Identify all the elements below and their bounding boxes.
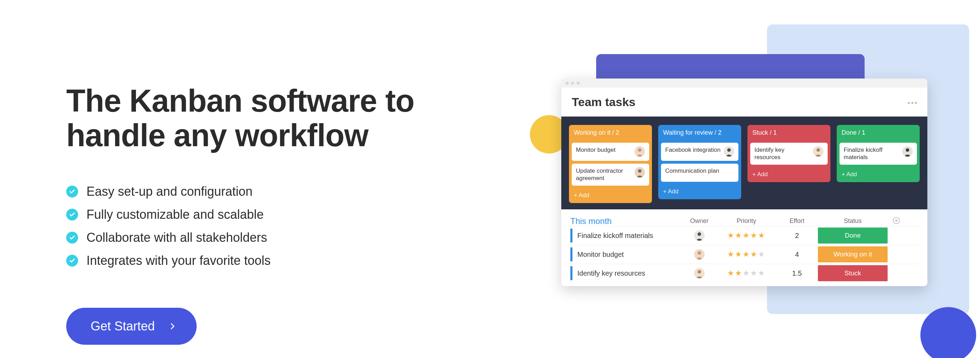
table-row[interactable]: Identify key resources ★★★★★ 1.5 Stuck	[570, 264, 918, 283]
more-button[interactable]	[908, 99, 917, 105]
svg-point-0	[908, 102, 910, 104]
column-header: Waiting for review / 2	[658, 125, 741, 140]
task-table: This month Owner Priority Effort Status …	[561, 209, 928, 286]
cell-priority[interactable]: ★★★★★	[717, 231, 776, 240]
cell-status[interactable]: Done	[818, 227, 888, 243]
svg-point-12	[906, 148, 909, 152]
column-working-on-it[interactable]: Working on it / 2 Monitor budget Update …	[569, 125, 652, 203]
cell-name: Finalize kickoff materials	[578, 232, 682, 240]
avatar	[694, 230, 705, 241]
kanban-card[interactable]: Monitor budget	[572, 143, 649, 161]
kanban-card[interactable]: Update contractor agreement	[572, 164, 649, 185]
th-owner: Owner	[682, 217, 717, 225]
decor-circle-purple	[920, 307, 976, 358]
avatar	[724, 146, 734, 157]
cell-effort[interactable]: 4	[776, 251, 818, 259]
add-card-button[interactable]: + Add	[748, 168, 830, 182]
kanban-card[interactable]: Facebook integration	[661, 143, 738, 161]
cta-label: Get Started	[91, 319, 155, 334]
avatar	[813, 146, 824, 157]
column-header: Done / 1	[837, 125, 920, 140]
check-icon	[66, 232, 78, 243]
row-accent	[570, 266, 573, 280]
avatar	[902, 146, 913, 157]
cell-name: Monitor budget	[578, 251, 682, 259]
svg-point-4	[638, 148, 641, 152]
svg-point-19	[698, 251, 701, 255]
period-label[interactable]: This month	[570, 216, 682, 226]
window-dot	[565, 82, 569, 85]
table-row[interactable]: Finalize kickoff materials ★★★★★ 2 Done	[570, 226, 918, 245]
th-effort: Effort	[776, 217, 818, 225]
add-card-button[interactable]: + Add	[569, 189, 652, 203]
cell-status[interactable]: Working on it	[818, 246, 888, 262]
avatar	[635, 146, 645, 157]
row-accent	[570, 248, 573, 261]
svg-point-8	[727, 148, 731, 152]
board-title: Team tasks	[572, 95, 636, 109]
feature-text: Easy set-up and configuration	[86, 184, 252, 199]
hero-headline: The Kanban software to handle any workfl…	[66, 84, 495, 153]
cell-owner[interactable]	[682, 268, 717, 278]
svg-point-6	[638, 169, 641, 173]
avatar	[694, 249, 705, 260]
cell-owner[interactable]	[682, 249, 717, 260]
svg-point-21	[698, 270, 701, 273]
feature-list: Easy set-up and configuration Fully cust…	[66, 184, 495, 268]
feature-item: Integrates with your favorite tools	[66, 253, 495, 268]
avatar	[694, 268, 705, 278]
window-dot	[571, 82, 574, 85]
check-icon	[66, 185, 78, 198]
add-card-button[interactable]: + Add	[658, 185, 741, 199]
column-header: Working on it / 2	[569, 125, 652, 140]
card-title: Monitor budget	[576, 146, 632, 153]
column-waiting-for-review[interactable]: Waiting for review / 2 Facebook integrat…	[658, 125, 741, 203]
feature-item: Easy set-up and configuration	[66, 184, 495, 199]
cell-effort[interactable]: 1.5	[776, 269, 818, 277]
check-icon	[66, 255, 78, 267]
card-title: Identify key resources	[754, 146, 810, 161]
feature-text: Fully customizable and scalable	[86, 207, 264, 222]
row-accent	[570, 229, 573, 243]
column-header: Stuck / 1	[748, 125, 830, 140]
window-dot	[577, 82, 580, 85]
plus-circle-icon	[892, 217, 900, 224]
card-title: Finalize kickoff materials	[844, 146, 899, 161]
card-title: Communication plan	[665, 167, 734, 174]
cell-effort[interactable]: 2	[776, 232, 818, 240]
th-priority: Priority	[717, 217, 776, 225]
add-column-button[interactable]	[888, 217, 905, 226]
svg-point-2	[915, 102, 917, 104]
chevron-right-icon	[169, 323, 177, 330]
svg-point-1	[911, 102, 913, 104]
avatar	[635, 167, 645, 177]
cell-name: Identify key resources	[578, 269, 682, 277]
kanban-card[interactable]: Identify key resources	[750, 143, 828, 165]
feature-item: Fully customizable and scalable	[66, 207, 495, 222]
window-controls	[561, 78, 928, 88]
column-stuck[interactable]: Stuck / 1 Identify key resources + Add	[748, 125, 830, 203]
get-started-button[interactable]: Get Started	[66, 308, 197, 345]
kanban-board: Working on it / 2 Monitor budget Update …	[561, 117, 928, 209]
cell-priority[interactable]: ★★★★★	[717, 268, 776, 278]
kanban-card[interactable]: Finalize kickoff materials	[840, 143, 917, 165]
feature-text: Integrates with your favorite tools	[86, 253, 270, 268]
more-horizontal-icon	[908, 102, 917, 104]
table-row[interactable]: Monitor budget ★★★★★ 4 Working on it	[570, 245, 918, 264]
feature-text: Collaborate with all stakeholders	[86, 230, 267, 245]
svg-point-17	[698, 232, 701, 236]
card-title: Facebook integration	[665, 146, 721, 153]
check-icon	[66, 209, 78, 221]
kanban-card[interactable]: Communication plan	[661, 164, 738, 182]
card-title: Update contractor agreement	[576, 167, 632, 182]
svg-point-10	[816, 148, 820, 152]
app-window: Team tasks Working on it / 2 Monitor bud…	[561, 78, 928, 286]
column-done[interactable]: Done / 1 Finalize kickoff materials + Ad…	[837, 125, 920, 203]
th-status: Status	[818, 217, 888, 225]
add-card-button[interactable]: + Add	[837, 168, 920, 182]
cell-status[interactable]: Stuck	[818, 265, 888, 281]
cell-priority[interactable]: ★★★★★	[717, 250, 776, 259]
cell-owner[interactable]	[682, 230, 717, 241]
feature-item: Collaborate with all stakeholders	[66, 230, 495, 245]
